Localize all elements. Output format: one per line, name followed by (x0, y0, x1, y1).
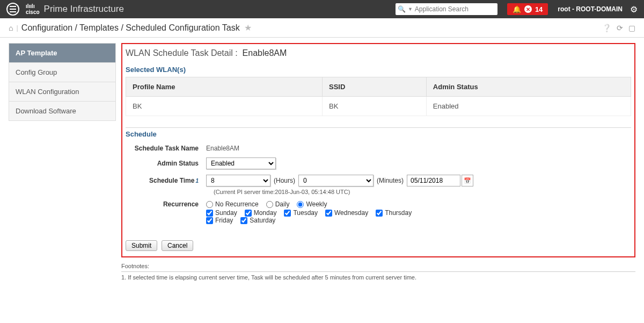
label-recurrence: Recurrence (126, 200, 206, 208)
hours-select[interactable]: 8 (206, 175, 270, 186)
check-thursday[interactable]: Thursday (376, 209, 412, 217)
menu-icon[interactable] (6, 3, 19, 16)
cell-ssid: BK (323, 97, 427, 116)
top-bar: ılıılıcisco Prime Infrastructure 🔍 ▼ 🔔 ✕… (0, 0, 644, 18)
th-profile[interactable]: Profile Name (126, 77, 323, 97)
section-title: WLAN Schedule Task Detail : Enable8AM (126, 46, 631, 62)
radio-no-recurrence[interactable]: No Recurrence (206, 200, 259, 208)
radio-weekly[interactable]: Weekly (297, 200, 327, 208)
server-time-note: (Current PI server time:2018-Jun-03, 05:… (214, 189, 631, 195)
label-task-name: Schedule Task Name (126, 145, 206, 152)
sidebar-item-config-group[interactable]: Config Group (9, 63, 115, 82)
task-name-heading: Enable8AM (243, 48, 287, 58)
search-icon: 🔍 (398, 5, 406, 13)
breadcrumb-divider: | (16, 24, 18, 32)
check-tuesday[interactable]: Tuesday (284, 209, 318, 217)
cell-admin-status: Enabled (426, 97, 631, 116)
schedule-form: Schedule Task Name Enable8AM Admin Statu… (126, 141, 631, 235)
breadcrumb-row: ⌂ | Configuration / Templates / Schedule… (0, 18, 644, 38)
submit-button[interactable]: Submit (126, 240, 157, 251)
highlighted-region: WLAN Schedule Task Detail : Enable8AM Se… (121, 43, 635, 257)
sidebar-item-download-software[interactable]: Download Software (9, 102, 115, 120)
wlan-table: Profile Name SSID Admin Status BK BK Ena… (126, 77, 631, 116)
footnotes-divider (121, 271, 635, 272)
main-content: AP Template Config Group WLAN Configurat… (0, 38, 644, 286)
favorite-star-icon[interactable]: ★ (244, 23, 252, 33)
hours-unit: (Hours) (274, 177, 295, 184)
cell-profile: BK (126, 97, 323, 116)
alert-close-icon: ✕ (524, 5, 532, 13)
check-friday[interactable]: Friday (206, 217, 233, 224)
panel-icon[interactable]: ▢ (628, 24, 635, 32)
sidebar: AP Template Config Group WLAN Configurat… (9, 43, 116, 121)
cisco-logo: ılıılıcisco (26, 3, 40, 15)
search-input[interactable] (415, 5, 495, 13)
label-schedule-time: Schedule Time1 (126, 177, 206, 184)
footnote-1: 1. If selected time is elapsing current … (121, 274, 635, 281)
check-sunday[interactable]: Sunday (206, 209, 237, 217)
radio-daily[interactable]: Daily (266, 200, 290, 208)
date-input[interactable] (407, 175, 460, 186)
footnotes: Footnotes: 1. If selected time is elapsi… (121, 263, 635, 281)
product-title: Prime Infrastructure (44, 4, 124, 15)
value-task-name: Enable8AM (206, 145, 239, 152)
check-monday[interactable]: Monday (245, 209, 277, 217)
alert-badge[interactable]: 🔔 ✕ 14 (507, 3, 548, 15)
minutes-select[interactable]: 0 (298, 175, 374, 186)
cancel-button[interactable]: Cancel (162, 240, 193, 251)
label-admin-status: Admin Status (126, 160, 206, 167)
refresh-icon[interactable]: ⟳ (617, 24, 623, 32)
minutes-unit: (Minutes) (377, 177, 404, 184)
breadcrumb-text: Configuration / Templates / Scheduled Co… (21, 23, 240, 33)
search-dropdown-icon[interactable]: ▼ (408, 6, 413, 12)
alert-count: 14 (535, 5, 543, 13)
home-icon[interactable]: ⌂ (9, 24, 13, 32)
help-icon[interactable]: ❔ (602, 24, 611, 32)
check-wednesday[interactable]: Wednesday (325, 209, 368, 217)
admin-status-select[interactable]: Enabled (206, 157, 276, 169)
calendar-icon[interactable]: 📅 (462, 175, 473, 186)
schedule-heading: Schedule (126, 127, 631, 138)
th-admin-status[interactable]: Admin Status (426, 77, 631, 97)
search-box[interactable]: 🔍 ▼ (396, 3, 497, 15)
bell-icon: 🔔 (513, 5, 521, 13)
selected-wlans-heading: Selected WLAN(s) (126, 66, 631, 74)
check-saturday[interactable]: Saturday (240, 217, 275, 224)
table-row[interactable]: BK BK Enabled (126, 97, 631, 116)
sidebar-item-ap-template[interactable]: AP Template (9, 44, 115, 63)
gear-icon[interactable]: ⚙ (630, 4, 638, 15)
user-domain[interactable]: root - ROOT-DOMAIN (558, 5, 623, 13)
footnotes-title: Footnotes: (121, 263, 635, 269)
content-area: WLAN Schedule Task Detail : Enable8AM Se… (121, 43, 635, 281)
th-ssid[interactable]: SSID (323, 77, 427, 97)
sidebar-item-wlan-config[interactable]: WLAN Configuration (9, 82, 115, 102)
